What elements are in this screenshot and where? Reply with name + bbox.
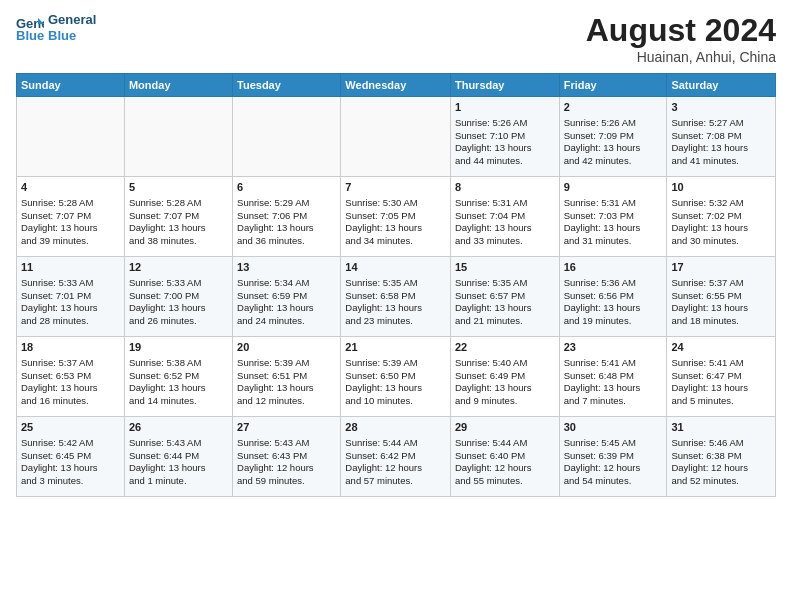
day-content-line: and 42 minutes. [564,155,663,168]
day-content-line: Sunset: 6:56 PM [564,290,663,303]
calendar-cell: 21Sunrise: 5:39 AMSunset: 6:50 PMDayligh… [341,337,451,417]
day-content-line: Daylight: 12 hours [455,462,555,475]
calendar-cell: 9Sunrise: 5:31 AMSunset: 7:03 PMDaylight… [559,177,667,257]
day-content-line: Sunrise: 5:43 AM [129,437,228,450]
day-number: 4 [21,180,120,195]
day-content-line: Sunset: 6:49 PM [455,370,555,383]
day-content-line: Sunset: 6:40 PM [455,450,555,463]
day-content-line: Sunrise: 5:41 AM [671,357,771,370]
day-content-line: Daylight: 13 hours [129,302,228,315]
day-content-line: and 1 minute. [129,475,228,488]
day-content-line: and 52 minutes. [671,475,771,488]
day-number: 22 [455,340,555,355]
calendar-cell: 28Sunrise: 5:44 AMSunset: 6:42 PMDayligh… [341,417,451,497]
day-content-line: Sunset: 6:50 PM [345,370,446,383]
calendar-cell: 20Sunrise: 5:39 AMSunset: 6:51 PMDayligh… [233,337,341,417]
day-content-line: Sunrise: 5:39 AM [345,357,446,370]
day-content-line: Daylight: 13 hours [21,382,120,395]
day-content-line: and 57 minutes. [345,475,446,488]
calendar-cell [233,97,341,177]
day-content-line: Sunrise: 5:31 AM [564,197,663,210]
day-number: 14 [345,260,446,275]
calendar-cell [341,97,451,177]
day-content-line: Sunset: 6:59 PM [237,290,336,303]
day-header-tuesday: Tuesday [233,74,341,97]
logo-text-blue: Blue [48,28,96,44]
calendar-table: SundayMondayTuesdayWednesdayThursdayFrid… [16,73,776,497]
day-content-line: and 7 minutes. [564,395,663,408]
day-content-line: Daylight: 13 hours [21,222,120,235]
calendar-week-row: 25Sunrise: 5:42 AMSunset: 6:45 PMDayligh… [17,417,776,497]
day-content-line: Daylight: 13 hours [671,222,771,235]
day-content-line: Daylight: 13 hours [21,302,120,315]
day-content-line: Sunset: 6:51 PM [237,370,336,383]
day-content-line: Sunrise: 5:44 AM [345,437,446,450]
day-content-line: Sunrise: 5:43 AM [237,437,336,450]
day-header-sunday: Sunday [17,74,125,97]
day-number: 26 [129,420,228,435]
day-content-line: Daylight: 13 hours [455,222,555,235]
calendar-cell: 4Sunrise: 5:28 AMSunset: 7:07 PMDaylight… [17,177,125,257]
calendar-cell: 29Sunrise: 5:44 AMSunset: 6:40 PMDayligh… [450,417,559,497]
calendar-cell [124,97,232,177]
calendar-cell: 19Sunrise: 5:38 AMSunset: 6:52 PMDayligh… [124,337,232,417]
day-content-line: Sunrise: 5:41 AM [564,357,663,370]
day-content-line: Sunrise: 5:29 AM [237,197,336,210]
day-content-line: Sunset: 7:07 PM [129,210,228,223]
day-content-line: and 26 minutes. [129,315,228,328]
day-content-line: Sunset: 7:00 PM [129,290,228,303]
day-number: 10 [671,180,771,195]
day-header-saturday: Saturday [667,74,776,97]
calendar-cell: 12Sunrise: 5:33 AMSunset: 7:00 PMDayligh… [124,257,232,337]
day-content-line: and 54 minutes. [564,475,663,488]
day-content-line: Sunset: 6:57 PM [455,290,555,303]
calendar-cell: 8Sunrise: 5:31 AMSunset: 7:04 PMDaylight… [450,177,559,257]
calendar-week-row: 18Sunrise: 5:37 AMSunset: 6:53 PMDayligh… [17,337,776,417]
calendar-cell: 30Sunrise: 5:45 AMSunset: 6:39 PMDayligh… [559,417,667,497]
day-content-line: Sunset: 6:55 PM [671,290,771,303]
day-content-line: Sunrise: 5:42 AM [21,437,120,450]
header: General Blue General Blue August 2024 Hu… [16,12,776,65]
day-number: 5 [129,180,228,195]
day-number: 21 [345,340,446,355]
day-number: 28 [345,420,446,435]
day-content-line: Daylight: 13 hours [564,382,663,395]
day-content-line: and 30 minutes. [671,235,771,248]
day-content-line: Sunset: 7:04 PM [455,210,555,223]
day-content-line: Sunrise: 5:46 AM [671,437,771,450]
calendar-week-row: 1Sunrise: 5:26 AMSunset: 7:10 PMDaylight… [17,97,776,177]
day-content-line: and 38 minutes. [129,235,228,248]
day-content-line: and 24 minutes. [237,315,336,328]
calendar-cell: 15Sunrise: 5:35 AMSunset: 6:57 PMDayligh… [450,257,559,337]
day-number: 9 [564,180,663,195]
day-content-line: Sunrise: 5:37 AM [21,357,120,370]
calendar-cell: 7Sunrise: 5:30 AMSunset: 7:05 PMDaylight… [341,177,451,257]
day-content-line: Sunrise: 5:40 AM [455,357,555,370]
day-number: 30 [564,420,663,435]
day-content-line: and 12 minutes. [237,395,336,408]
day-content-line: Sunrise: 5:28 AM [21,197,120,210]
day-content-line: Daylight: 13 hours [237,302,336,315]
day-content-line: Daylight: 13 hours [345,382,446,395]
day-content-line: and 55 minutes. [455,475,555,488]
day-header-wednesday: Wednesday [341,74,451,97]
day-content-line: and 19 minutes. [564,315,663,328]
day-content-line: Daylight: 13 hours [129,462,228,475]
day-content-line: Daylight: 13 hours [671,142,771,155]
calendar-cell: 6Sunrise: 5:29 AMSunset: 7:06 PMDaylight… [233,177,341,257]
day-content-line: Sunrise: 5:39 AM [237,357,336,370]
day-number: 8 [455,180,555,195]
day-content-line: Sunset: 6:47 PM [671,370,771,383]
day-content-line: Sunset: 6:58 PM [345,290,446,303]
day-number: 29 [455,420,555,435]
day-content-line: Sunset: 7:03 PM [564,210,663,223]
day-content-line: and 14 minutes. [129,395,228,408]
day-content-line: and 36 minutes. [237,235,336,248]
day-content-line: and 5 minutes. [671,395,771,408]
day-content-line: and 33 minutes. [455,235,555,248]
logo-icon: General Blue [16,14,44,42]
calendar-subtitle: Huainan, Anhui, China [586,49,776,65]
day-content-line: Sunrise: 5:38 AM [129,357,228,370]
calendar-cell: 3Sunrise: 5:27 AMSunset: 7:08 PMDaylight… [667,97,776,177]
day-content-line: Sunrise: 5:45 AM [564,437,663,450]
